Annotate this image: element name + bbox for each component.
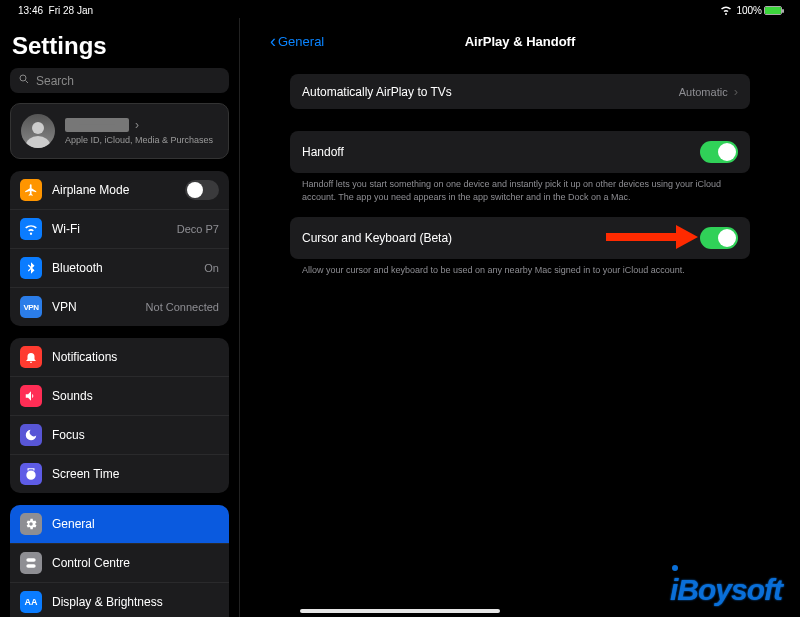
avatar-icon — [21, 114, 55, 148]
handoff-section: Handoff — [290, 131, 750, 173]
chevron-left-icon: ‹ — [270, 35, 276, 47]
wifi-icon — [720, 4, 732, 18]
detail-title: AirPlay & Handoff — [270, 34, 770, 49]
cursor-row[interactable]: Cursor and Keyboard (Beta) — [290, 217, 750, 259]
svg-line-1 — [26, 81, 29, 84]
airplay-row[interactable]: Automatically AirPlay to TVs Automatic › — [290, 74, 750, 109]
svg-point-0 — [20, 75, 26, 81]
chevron-right-icon: › — [135, 118, 139, 132]
cursor-toggle[interactable] — [700, 227, 738, 249]
screentime-icon — [20, 463, 42, 485]
back-button[interactable]: ‹ General — [270, 34, 324, 49]
apple-id-card[interactable]: ——— › Apple ID, iCloud, Media & Purchase… — [10, 103, 229, 159]
vpn-icon: VPN — [20, 296, 42, 318]
control-centre-icon — [20, 552, 42, 574]
notifications-icon — [20, 346, 42, 368]
airplay-section: Automatically AirPlay to TVs Automatic › — [290, 74, 750, 109]
handoff-toggle[interactable] — [700, 141, 738, 163]
settings-sidebar: Settings Search ——— › Apple ID, iCloud, … — [0, 18, 240, 617]
chevron-right-icon: › — [734, 84, 738, 99]
sidebar-item-notifications[interactable]: Notifications — [10, 338, 229, 376]
connectivity-group: Airplane Mode Wi-Fi Deco P7 Bluetooth On… — [10, 171, 229, 326]
handoff-desc: Handoff lets you start something on one … — [302, 178, 738, 203]
sounds-icon — [20, 385, 42, 407]
sidebar-item-screentime[interactable]: Screen Time — [10, 454, 229, 493]
sidebar-item-vpn[interactable]: VPN VPN Not Connected — [10, 287, 229, 326]
status-time-date: 13:46 Fri 28 Jan — [18, 5, 93, 16]
detail-header: ‹ General AirPlay & Handoff — [270, 26, 770, 56]
settings-title: Settings — [12, 32, 227, 60]
sidebar-item-focus[interactable]: Focus — [10, 415, 229, 454]
airplane-icon — [20, 179, 42, 201]
watermark: iBoysoft — [670, 573, 782, 607]
search-input[interactable]: Search — [10, 68, 229, 93]
general-group: General Control Centre AA Display & Brig… — [10, 505, 229, 617]
focus-icon — [20, 424, 42, 446]
general-icon — [20, 513, 42, 535]
airplane-toggle[interactable] — [185, 180, 219, 200]
sidebar-item-wifi[interactable]: Wi-Fi Deco P7 — [10, 209, 229, 248]
handoff-row[interactable]: Handoff — [290, 131, 750, 173]
search-icon — [18, 73, 30, 88]
cursor-section: Cursor and Keyboard (Beta) — [290, 217, 750, 259]
home-indicator[interactable] — [300, 609, 500, 613]
bluetooth-icon — [20, 257, 42, 279]
status-right: 100% — [720, 4, 782, 18]
wifi-settings-icon — [20, 218, 42, 240]
notifications-group: Notifications Sounds Focus Screen Time — [10, 338, 229, 493]
detail-pane: ‹ General AirPlay & Handoff Automaticall… — [240, 18, 800, 617]
sidebar-item-sounds[interactable]: Sounds — [10, 376, 229, 415]
account-sub: Apple ID, iCloud, Media & Purchases — [65, 135, 218, 145]
sidebar-item-control-centre[interactable]: Control Centre — [10, 543, 229, 582]
battery-indicator: 100% — [736, 5, 782, 16]
sidebar-item-airplane[interactable]: Airplane Mode — [10, 171, 229, 209]
sidebar-item-display[interactable]: AA Display & Brightness — [10, 582, 229, 617]
account-name: ——— — [65, 118, 129, 132]
display-icon: AA — [20, 591, 42, 613]
cursor-desc: Allow your cursor and keyboard to be use… — [302, 264, 738, 277]
sidebar-item-general[interactable]: General — [10, 505, 229, 543]
status-bar: 13:46 Fri 28 Jan 100% — [0, 0, 800, 18]
sidebar-item-bluetooth[interactable]: Bluetooth On — [10, 248, 229, 287]
